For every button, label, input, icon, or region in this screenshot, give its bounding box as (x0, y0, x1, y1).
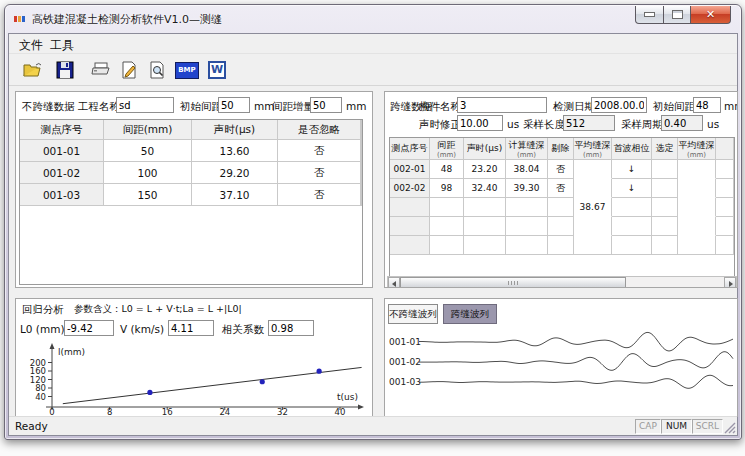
table-cell[interactable] (548, 198, 574, 217)
regression-panel: 回归分析 参数含义：L0 = L + V·t;La = L +|L0| L0 (… (15, 298, 373, 417)
table-cell[interactable] (678, 160, 716, 179)
export-word-button[interactable]: W (203, 56, 231, 84)
table-cell[interactable] (574, 160, 612, 179)
table-cell[interactable]: 否 (548, 160, 574, 179)
corr-coef-field[interactable] (268, 320, 314, 336)
table-cell[interactable] (361, 162, 362, 184)
tab-nojoint-wave[interactable]: 不跨缝波列 (388, 304, 438, 324)
spacing-step-field[interactable] (310, 97, 342, 113)
init-spacing-field[interactable] (218, 97, 250, 113)
table-cell[interactable] (612, 217, 652, 236)
scrollbar-thumb[interactable] (400, 277, 626, 288)
table-row[interactable]: 001-0210029.20否 (20, 162, 362, 184)
close-button[interactable]: ✕ (691, 6, 731, 24)
table-cell[interactable] (612, 198, 652, 217)
table-cell[interactable]: 否 (278, 140, 361, 162)
table-cell[interactable]: 98 (430, 179, 464, 198)
table-cell[interactable]: 38.04 (506, 160, 548, 179)
project-name-field[interactable] (116, 97, 174, 113)
table-cell[interactable] (716, 198, 734, 217)
table-cell[interactable] (678, 179, 716, 198)
title-bar[interactable]: 高铁建混凝土检测分析软件V1.0—测缝 ✕ (5, 5, 741, 33)
table-cell[interactable] (652, 160, 678, 179)
table-cell[interactable] (716, 217, 734, 236)
table-cell[interactable]: 否 (548, 179, 574, 198)
maximize-button[interactable] (664, 6, 691, 24)
table-cell[interactable] (652, 198, 678, 217)
table-row[interactable]: 001-015013.60否 (20, 140, 362, 162)
print-button[interactable] (87, 56, 115, 84)
table-cell[interactable]: 39.30 (506, 179, 548, 198)
table-row[interactable] (390, 236, 734, 255)
table-cell[interactable] (506, 236, 548, 255)
table-cell[interactable] (716, 236, 734, 255)
table-cell[interactable] (652, 236, 678, 255)
table-cell[interactable] (430, 198, 464, 217)
table-header-cell (361, 120, 362, 140)
v-field[interactable] (168, 320, 214, 336)
table-row[interactable]: 001-0315037.10否 (20, 184, 362, 206)
table-row[interactable] (390, 217, 734, 236)
joint-init-spacing-field[interactable] (693, 97, 721, 113)
table-cell[interactable] (361, 140, 362, 162)
minimize-button[interactable] (635, 6, 664, 24)
table-cell[interactable] (548, 217, 574, 236)
table-row[interactable]: 002-014823.2038.04否↓ (390, 160, 734, 179)
print-preview-button[interactable] (143, 56, 171, 84)
table-cell[interactable] (574, 179, 612, 198)
scroll-right-button[interactable] (724, 277, 736, 288)
test-date-field[interactable] (591, 97, 647, 113)
table-row[interactable]: 002-029832.4039.30否↓ (390, 179, 734, 198)
table-cell[interactable] (652, 217, 678, 236)
table-cell[interactable] (652, 179, 678, 198)
table-cell[interactable] (548, 236, 574, 255)
h-scrollbar[interactable] (387, 276, 737, 288)
table-cell[interactable] (464, 236, 506, 255)
save-button[interactable] (51, 56, 79, 84)
l0-field[interactable] (64, 320, 114, 336)
table-cell[interactable]: 150 (104, 184, 192, 206)
table-cell[interactable] (506, 217, 548, 236)
table-cell[interactable] (430, 217, 464, 236)
table-cell[interactable] (612, 236, 652, 255)
table-cell[interactable]: 48 (430, 160, 464, 179)
table-cell[interactable] (430, 236, 464, 255)
sample-length-field[interactable] (563, 115, 615, 131)
component-name-field[interactable] (457, 97, 547, 113)
menu-item-file[interactable]: 文件 (14, 36, 48, 55)
table-cell[interactable]: 37.10 (192, 184, 278, 206)
table-cell[interactable]: ↓ (612, 179, 652, 198)
table-cell[interactable] (678, 217, 716, 236)
table-cell[interactable]: 否 (278, 184, 361, 206)
open-button[interactable] (19, 56, 47, 84)
table-cell[interactable] (574, 217, 612, 236)
time-correction-field[interactable] (457, 115, 503, 131)
waveform-chart: 001-01001-02001-03 (387, 327, 737, 415)
resize-grip[interactable] (724, 422, 736, 434)
table-cell[interactable]: 23.20 (464, 160, 506, 179)
table-cell[interactable] (678, 198, 716, 217)
table-cell[interactable]: 32.40 (464, 179, 506, 198)
tab-joint-wave[interactable]: 跨缝波列 (443, 304, 497, 324)
table-cell[interactable]: 50 (104, 140, 192, 162)
table-cell[interactable]: 否 (278, 162, 361, 184)
menu-item-tools[interactable]: 工具 (45, 36, 79, 55)
scroll-left-button[interactable] (388, 277, 400, 288)
table-cell[interactable] (716, 160, 734, 179)
table-cell[interactable] (506, 198, 548, 217)
table-cell[interactable] (716, 179, 734, 198)
table-cell[interactable] (678, 236, 716, 255)
table-cell[interactable]: 100 (104, 162, 192, 184)
table-cell[interactable] (464, 198, 506, 217)
table-cell[interactable]: ↓ (612, 160, 652, 179)
table-cell[interactable] (464, 217, 506, 236)
export-bmp-button[interactable]: BMP (173, 56, 201, 84)
table-cell[interactable]: 38.67 (574, 198, 612, 217)
table-cell[interactable]: 29.20 (192, 162, 278, 184)
table-cell[interactable] (361, 184, 362, 206)
table-row[interactable]: 38.67 (390, 198, 734, 217)
print-setup-button[interactable] (115, 56, 143, 84)
table-cell[interactable]: 13.60 (192, 140, 278, 162)
sample-period-field[interactable] (661, 115, 703, 131)
table-cell[interactable] (574, 236, 612, 255)
